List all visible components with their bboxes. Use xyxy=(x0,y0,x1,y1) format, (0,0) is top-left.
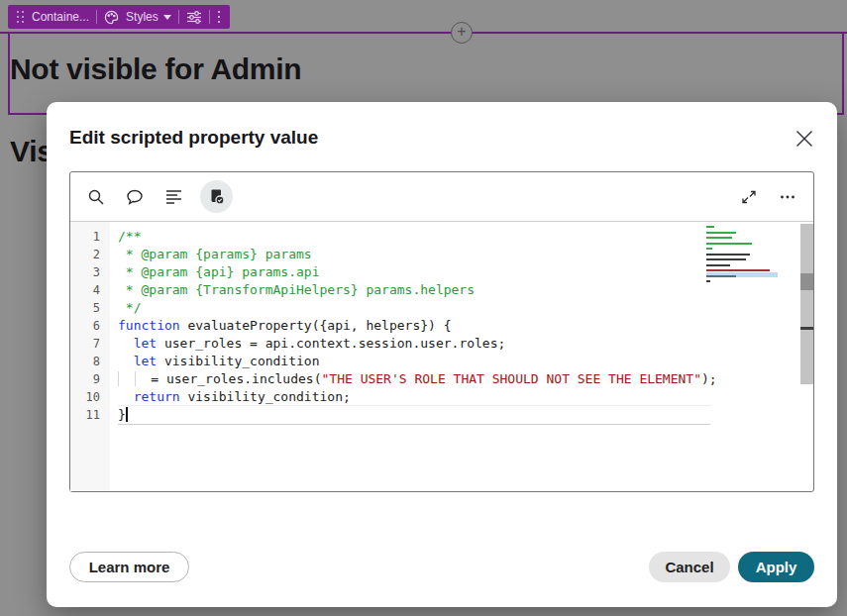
toolbar-divider xyxy=(209,10,210,24)
format-icon[interactable] xyxy=(159,183,187,211)
gutter: 1234567891011 xyxy=(70,222,110,491)
code-content[interactable]: /** * @param {params} params * @param {a… xyxy=(118,228,784,424)
code-token: return xyxy=(134,389,180,404)
code-line[interactable]: * @param {api} params.api xyxy=(118,263,784,281)
code-token: /** xyxy=(118,229,141,244)
editor-toolbar xyxy=(70,172,813,222)
minimap-row xyxy=(706,264,778,267)
scrollbar-track[interactable] xyxy=(800,224,813,384)
minimap-row xyxy=(706,258,778,261)
scrollbar-cursor-marker xyxy=(800,327,813,330)
apply-button[interactable]: Apply xyxy=(738,552,814,582)
editor-body: 1234567891011 /** * @param {params} para… xyxy=(70,222,813,491)
line-number: 8 xyxy=(70,353,110,370)
minimap-row xyxy=(706,280,778,283)
heading-not-visible-for-admin: Not visible for Admin xyxy=(10,52,301,86)
code-token: } xyxy=(118,407,126,422)
line-number: 1 xyxy=(70,228,110,246)
selection-border-top xyxy=(0,32,847,34)
scrollbar-thumb[interactable] xyxy=(800,273,813,290)
code-line[interactable]: * @param {TransformApiHelpers} params.he… xyxy=(118,281,784,299)
palette-icon[interactable] xyxy=(104,10,119,25)
code-token xyxy=(118,389,134,404)
styles-button[interactable]: Styles xyxy=(126,10,171,24)
comment-icon[interactable] xyxy=(121,183,149,211)
code-token: user_roles = api.context.session.user.ro… xyxy=(157,336,505,351)
line-number: 10 xyxy=(70,388,110,406)
code-line[interactable]: = user_roles.includes("THE USER'S ROLE T… xyxy=(118,370,784,388)
minimap-slider[interactable] xyxy=(706,272,778,277)
line-number: 9 xyxy=(70,370,110,388)
learn-more-button[interactable]: Learn more xyxy=(69,552,189,582)
minimap-row xyxy=(706,226,778,229)
code-line[interactable]: return visibility_condition; xyxy=(118,388,784,406)
dialog-title: Edit scripted property value xyxy=(69,127,318,149)
selection-border-right xyxy=(842,32,844,115)
code-token: evaluateProperty({api, helpers}) { xyxy=(180,318,452,333)
component-toolbar: Containe... Styles xyxy=(8,5,230,29)
code-token: visibility_condition xyxy=(157,354,319,368)
code-token: * @param {api} params.api xyxy=(118,264,320,279)
code-token: */ xyxy=(118,300,141,315)
line-number: 2 xyxy=(70,246,110,263)
line-number: 6 xyxy=(70,317,110,335)
code-line[interactable]: } xyxy=(118,406,784,424)
code-line[interactable]: /** xyxy=(118,228,784,246)
text-cursor xyxy=(126,407,128,422)
kebab-menu-icon[interactable] xyxy=(217,11,222,24)
minimap-row xyxy=(706,237,778,240)
drag-handle-icon[interactable] xyxy=(17,11,25,24)
cancel-button[interactable]: Cancel xyxy=(649,552,730,582)
code-token: let xyxy=(134,354,157,368)
code-token: = user_roles.includes( xyxy=(151,371,321,386)
close-icon[interactable] xyxy=(794,129,814,149)
line-number: 5 xyxy=(70,299,110,317)
code-token: ); xyxy=(701,371,717,386)
code-token: function xyxy=(118,318,180,333)
code-line[interactable]: let visibility_condition xyxy=(118,353,784,370)
code-line[interactable]: let user_roles = api.context.session.use… xyxy=(118,335,784,353)
designer-canvas: Containe... Styles + Not visible for Adm xyxy=(0,0,847,616)
code-token: * @param {TransformApiHelpers} params.he… xyxy=(118,282,475,297)
minimap-row xyxy=(706,254,778,257)
script-check-icon[interactable] xyxy=(200,180,233,213)
code-token: * @param {params} params xyxy=(118,247,312,261)
component-label[interactable]: Containe... xyxy=(32,10,89,24)
line-number: 3 xyxy=(70,263,110,281)
minimap-row xyxy=(706,243,778,246)
edit-scripted-property-dialog: Edit scripted property value xyxy=(47,102,837,607)
insert-component-button[interactable]: + xyxy=(451,22,473,44)
search-icon[interactable] xyxy=(82,183,110,211)
toolbar-divider xyxy=(96,10,97,24)
code-token xyxy=(118,354,134,368)
expand-icon[interactable] xyxy=(735,183,763,211)
toolbar-divider xyxy=(178,10,179,24)
code-token xyxy=(135,371,152,386)
code-token: let xyxy=(134,336,157,351)
line-number: 11 xyxy=(70,406,110,424)
code-line[interactable]: function evaluateProperty({api, helpers}… xyxy=(118,317,784,335)
code-token: visibility_condition; xyxy=(180,389,351,404)
ellipsis-icon[interactable] xyxy=(774,183,801,211)
sliders-icon[interactable] xyxy=(186,10,202,25)
minimap-row xyxy=(706,232,778,235)
code-token: "THE USER'S ROLE THAT SHOULD NOT SEE THE… xyxy=(322,371,702,386)
code-token xyxy=(118,336,134,351)
code-editor: 1234567891011 /** * @param {params} para… xyxy=(69,171,814,492)
minimap-row xyxy=(706,248,778,251)
code-token xyxy=(118,371,135,386)
line-number: 4 xyxy=(70,281,110,299)
code-line[interactable]: * @param {params} params xyxy=(118,246,784,263)
chevron-down-icon xyxy=(163,15,171,20)
styles-label: Styles xyxy=(126,10,159,24)
line-number: 7 xyxy=(70,335,110,353)
code-line[interactable]: */ xyxy=(118,299,784,317)
